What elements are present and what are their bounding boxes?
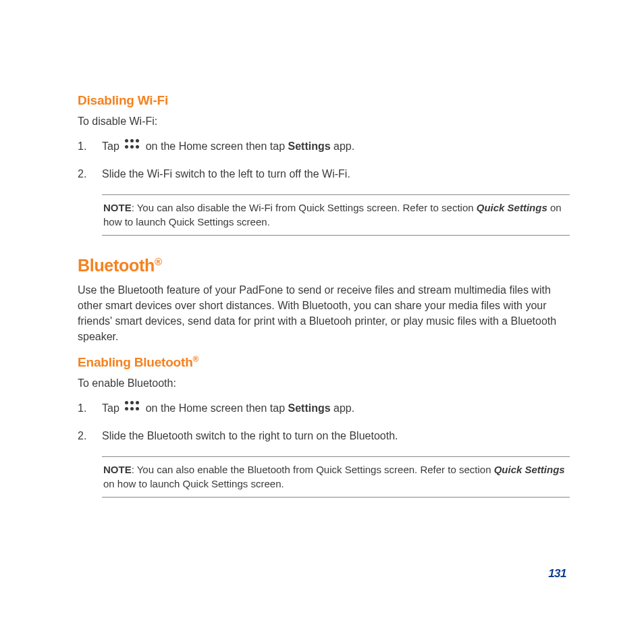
- step-text: on the Home screen then tap: [142, 402, 288, 414]
- note-label: NOTE: [103, 464, 132, 475]
- intro-bluetooth: Use the Bluetooth feature of your PadFon…: [78, 282, 570, 345]
- steps-bluetooth-enable: Tap on the Home screen then tap Settings…: [78, 400, 570, 444]
- page-number: 131: [548, 567, 566, 581]
- heading-disabling-wifi: Disabling Wi-Fi: [78, 93, 570, 108]
- note-em: Quick Settings: [477, 202, 547, 213]
- note-bluetooth-enable: NOTE: You can also enable the Bluetooth …: [102, 456, 570, 498]
- list-item: Slide the Wi-Fi switch to the left to tu…: [78, 166, 570, 182]
- note-text: : You can also enable the Bluetooth from…: [132, 464, 494, 475]
- step-text: app.: [331, 402, 355, 414]
- registered-mark: ®: [155, 256, 162, 267]
- list-item: Tap on the Home screen then tap Settings…: [78, 400, 570, 416]
- heading-text: Bluetooth: [78, 256, 155, 275]
- steps-wifi-disable: Tap on the Home screen then tap Settings…: [78, 138, 570, 182]
- note-text: : You can also disable the Wi-Fi from Qu…: [132, 202, 477, 213]
- note-label: NOTE: [103, 202, 132, 213]
- note-text: on how to launch Quick Settings screen.: [103, 478, 284, 489]
- intro-wifi-disable: To disable Wi-Fi:: [78, 113, 570, 129]
- step-text: app.: [331, 140, 355, 152]
- intro-bluetooth-enable: To enable Bluetooth:: [78, 375, 570, 391]
- step-text: on the Home screen then tap: [142, 140, 288, 152]
- heading-text: Enabling Bluetooth: [78, 355, 193, 369]
- heading-enabling-bluetooth: Enabling Bluetooth®: [78, 354, 570, 370]
- list-item: Slide the Bluetooth switch to the right …: [78, 428, 570, 444]
- list-item: Tap on the Home screen then tap Settings…: [78, 138, 570, 154]
- step-text: Tap: [102, 140, 122, 152]
- allapps-icon: [124, 141, 140, 151]
- step-text: Tap: [102, 402, 122, 414]
- heading-bluetooth: Bluetooth®: [78, 256, 570, 275]
- registered-mark: ®: [193, 354, 199, 364]
- allapps-icon: [124, 403, 140, 412]
- note-em: Quick Settings: [494, 464, 565, 475]
- note-wifi-disable: NOTE: You can also disable the Wi-Fi fro…: [102, 194, 570, 236]
- step-text: Settings: [288, 402, 331, 414]
- step-text: Settings: [288, 140, 331, 152]
